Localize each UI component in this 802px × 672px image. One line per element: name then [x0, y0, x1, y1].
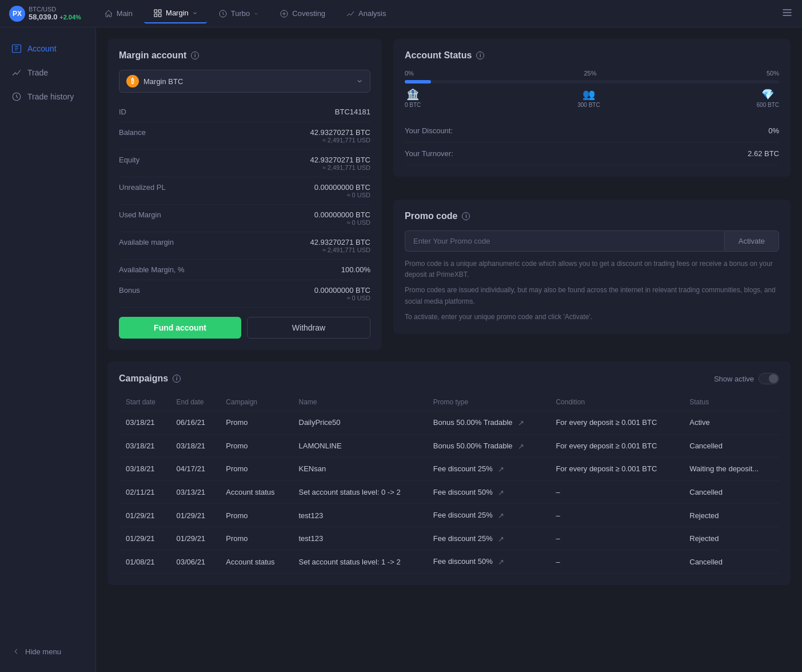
tier-2-label: 600 BTC	[757, 102, 779, 108]
available-margin-pct-row: Available Margin, % 100.00%	[119, 260, 370, 280]
nav-item-analysis[interactable]: Analysis	[337, 5, 395, 23]
cell-name: test123	[292, 504, 426, 527]
nav-items: Main Margin Turbo Covesting Analysis	[95, 4, 781, 23]
unrealized-pl-row: Unrealized PL 0.00000000 BTC ≈ 0 USD	[119, 177, 370, 205]
col-start-date: Start date	[119, 393, 169, 411]
table-row: 03/18/21 03/18/21 Promo LAMONLINE Bonus …	[119, 434, 779, 458]
nav-item-main[interactable]: Main	[95, 5, 142, 23]
bonus-row: Bonus 0.00000000 BTC ≈ 0 USD	[119, 280, 370, 308]
cell-name: KENsan	[292, 458, 426, 481]
activate-button[interactable]: Activate	[724, 230, 779, 252]
cell-end-date: 03/06/21	[169, 550, 219, 574]
cell-condition: –	[549, 504, 683, 527]
table-row: 03/18/21 06/16/21 Promo DailyPrice50 Bon…	[119, 411, 779, 435]
tier-0-label: 0 BTC	[405, 102, 421, 108]
external-link-icon[interactable]: ↗	[497, 466, 505, 474]
id-row: ID BTC14181	[119, 102, 370, 122]
sidebar-item-trade-history[interactable]: Trade history	[0, 85, 95, 109]
status-bar-track	[405, 80, 779, 83]
cell-campaign: Account status	[219, 550, 292, 574]
cell-name: test123	[292, 527, 426, 550]
logo: PX BTC/USD 58,039.0 +2.04%	[9, 6, 81, 22]
nav-item-turbo[interactable]: Turbo	[209, 5, 268, 23]
campaigns-info-icon[interactable]: i	[173, 375, 181, 383]
campaigns-table-body: 03/18/21 06/16/21 Promo DailyPrice50 Bon…	[119, 411, 779, 574]
cell-status: Waiting the deposit...	[683, 458, 779, 481]
cell-start-date: 01/29/21	[119, 527, 169, 550]
withdraw-button[interactable]: Withdraw	[247, 317, 370, 339]
svg-rect-0	[154, 10, 157, 13]
external-link-icon[interactable]: ↗	[517, 442, 525, 450]
col-status: Status	[683, 393, 779, 411]
cell-start-date: 01/08/21	[119, 550, 169, 574]
cell-status: Active	[683, 411, 779, 435]
hide-menu-button[interactable]: Hide menu	[0, 640, 95, 663]
nav-item-covesting[interactable]: Covesting	[270, 5, 334, 23]
cell-start-date: 03/18/21	[119, 411, 169, 435]
cell-promo-type: Fee discount 50% ↗	[426, 480, 549, 504]
cell-condition: –	[549, 527, 683, 550]
btc-change: +2.04%	[59, 14, 81, 21]
external-link-icon[interactable]: ↗	[497, 558, 505, 566]
account-status-info-icon[interactable]: i	[476, 51, 484, 59]
used-margin-row: Used Margin 0.00000000 BTC ≈ 0 USD	[119, 205, 370, 232]
cell-start-date: 03/18/21	[119, 434, 169, 458]
col-name: Name	[292, 393, 426, 411]
cell-status: Cancelled	[683, 550, 779, 574]
margin-account-info-icon[interactable]: i	[191, 51, 199, 59]
cell-campaign: Promo	[219, 458, 292, 481]
toggle-switch[interactable]	[759, 373, 779, 384]
status-bar-fill	[405, 80, 431, 83]
cell-campaign: Promo	[219, 434, 292, 458]
cell-start-date: 03/18/21	[119, 458, 169, 481]
external-link-icon[interactable]: ↗	[497, 512, 505, 520]
btc-pair: BTC/USD	[29, 6, 81, 13]
action-buttons: Fund account Withdraw	[119, 317, 370, 339]
account-status-title: Account Status i	[405, 50, 779, 61]
cell-status: Rejected	[683, 504, 779, 527]
cell-name: Set account status level: 0 -> 2	[292, 480, 426, 504]
promo-desc-3: To activate, enter your unique promo cod…	[405, 312, 779, 323]
show-active-toggle[interactable]: Show active	[714, 373, 779, 384]
col-promo-type: Promo type	[426, 393, 549, 411]
status-tier-icons: 🏦 0 BTC 👥 300 BTC 💎 600 BTC	[405, 88, 779, 108]
cell-start-date: 01/29/21	[119, 504, 169, 527]
svg-rect-2	[154, 14, 157, 17]
tier-1-icon: 👥	[582, 88, 595, 101]
svg-rect-6	[13, 45, 21, 53]
promo-code-input[interactable]	[405, 230, 724, 252]
cell-end-date: 01/29/21	[169, 504, 219, 527]
sidebar-item-account[interactable]: Account	[0, 37, 95, 61]
promo-code-title: Promo code i	[405, 211, 779, 221]
account-selector[interactable]: ₿ Margin BTC	[119, 70, 370, 93]
top-navigation: PX BTC/USD 58,039.0 +2.04% Main Margin T…	[0, 0, 802, 27]
cell-condition: For every deposit ≥ 0.001 BTC	[549, 458, 683, 481]
main-content: Margin account i ₿ Margin BTC ID BTC1418…	[96, 27, 802, 672]
nav-item-margin[interactable]: Margin	[144, 4, 207, 23]
cell-campaign: Promo	[219, 504, 292, 527]
cell-end-date: 06/16/21	[169, 411, 219, 435]
toggle-thumb	[769, 374, 778, 383]
cell-campaign: Account status	[219, 480, 292, 504]
cell-end-date: 01/29/21	[169, 527, 219, 550]
cell-campaign: Promo	[219, 411, 292, 435]
tier-1-group: 👥 300 BTC	[577, 88, 600, 108]
fund-account-button[interactable]: Fund account	[119, 317, 241, 339]
table-row: 01/29/21 01/29/21 Promo test123 Fee disc…	[119, 527, 779, 550]
external-link-icon[interactable]: ↗	[497, 488, 505, 496]
table-header-row: Start date End date Campaign Name Promo …	[119, 393, 779, 411]
table-row: 01/08/21 03/06/21 Account status Set acc…	[119, 550, 779, 574]
sidebar-item-trade[interactable]: Trade	[0, 61, 95, 85]
hamburger-menu[interactable]	[781, 7, 793, 20]
margin-account-card: Margin account i ₿ Margin BTC ID BTC1418…	[107, 39, 382, 350]
promo-info-icon[interactable]: i	[462, 212, 470, 220]
tier-2-icon: 💎	[761, 88, 774, 101]
btc-info: BTC/USD 58,039.0 +2.04%	[29, 6, 81, 21]
status-bar-container: 0% 25% 50% 🏦 0 BTC	[405, 70, 779, 108]
margin-account-title: Margin account i	[119, 50, 370, 61]
promo-code-card: Promo code i Activate Promo code is a un…	[393, 200, 791, 334]
table-row: 01/29/21 01/29/21 Promo test123 Fee disc…	[119, 504, 779, 527]
external-link-icon[interactable]: ↗	[517, 419, 525, 427]
cell-start-date: 02/11/21	[119, 480, 169, 504]
external-link-icon[interactable]: ↗	[497, 535, 505, 543]
